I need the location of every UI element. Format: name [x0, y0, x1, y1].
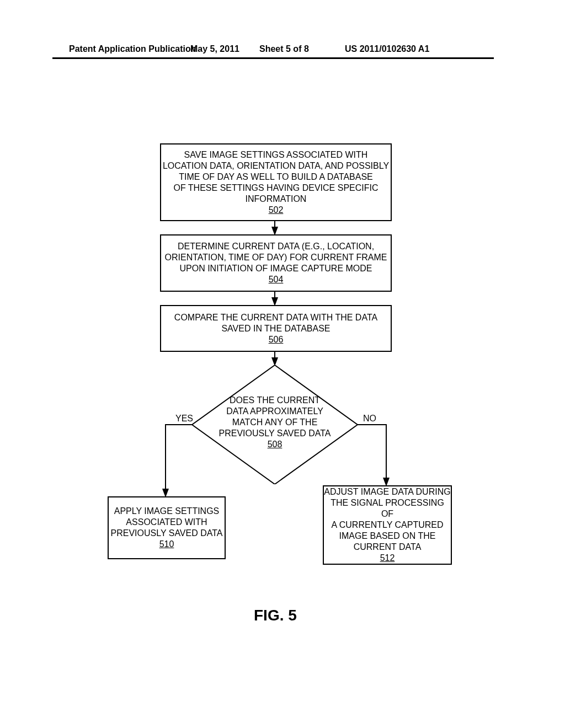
page: Patent Application Publication May 5, 20… — [0, 0, 565, 728]
figure-label: FIG. 5 — [254, 607, 297, 624]
decision-text: DOES THE CURRENT DATA APPROXIMATELY MATC… — [192, 395, 358, 450]
flow-box-512: ADJUST IMAGE DATA DURING THE SIGNAL PROC… — [323, 485, 452, 565]
flow-decision-508: DOES THE CURRENT DATA APPROXIMATELY MATC… — [192, 365, 358, 484]
edge-label-no: NO — [363, 414, 376, 424]
flow-box-510: APPLY IMAGE SETTINGS ASSOCIATED WITH PRE… — [108, 496, 226, 559]
box-text: SAVE IMAGE SETTINGS ASSOCIATED WITH LOCA… — [163, 149, 389, 216]
box-text: APPLY IMAGE SETTINGS ASSOCIATED WITH PRE… — [110, 506, 222, 550]
box-text: COMPARE THE CURRENT DATA WITH THE DATA S… — [174, 312, 377, 345]
box-text: DETERMINE CURRENT DATA (E.G., LOCATION, … — [165, 241, 387, 285]
flow-box-506: COMPARE THE CURRENT DATA WITH THE DATA S… — [160, 305, 392, 352]
header-rule — [52, 57, 494, 59]
flow-box-504: DETERMINE CURRENT DATA (E.G., LOCATION, … — [160, 234, 392, 292]
header-left: Patent Application Publication — [69, 44, 196, 54]
edge-label-yes: YES — [175, 414, 193, 424]
header-date: May 5, 2011 — [190, 44, 239, 54]
header-sheet: Sheet 5 of 8 — [259, 44, 309, 54]
box-text: ADJUST IMAGE DATA DURING THE SIGNAL PROC… — [324, 486, 451, 564]
flow-box-502: SAVE IMAGE SETTINGS ASSOCIATED WITH LOCA… — [160, 143, 392, 221]
header-pubno: US 2011/0102630 A1 — [345, 44, 429, 54]
